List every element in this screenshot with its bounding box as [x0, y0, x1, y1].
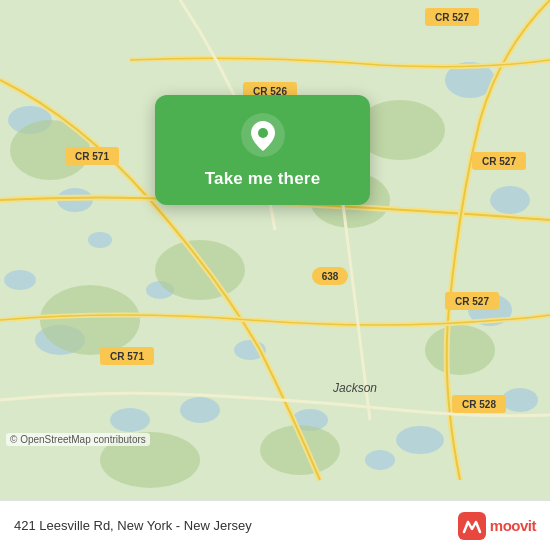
- svg-point-9: [502, 388, 538, 412]
- svg-point-13: [180, 397, 220, 423]
- bottom-bar: 421 Leesville Rd, New York - New Jersey …: [0, 500, 550, 550]
- svg-point-18: [40, 285, 140, 355]
- svg-text:CR 528: CR 528: [462, 399, 496, 410]
- map-container: CR 527 CR 527 CR 527 CR 528 CR 571 CR 57…: [0, 0, 550, 500]
- svg-text:CR 571: CR 571: [75, 151, 109, 162]
- svg-point-5: [110, 408, 150, 432]
- moovit-logo: moovit: [458, 512, 536, 540]
- svg-point-10: [396, 426, 444, 454]
- svg-rect-44: [458, 512, 486, 540]
- svg-text:CR 527: CR 527: [435, 12, 469, 23]
- svg-point-21: [425, 325, 495, 375]
- svg-text:Jackson: Jackson: [332, 381, 377, 395]
- take-me-there-card[interactable]: Take me there: [155, 95, 370, 205]
- svg-point-7: [490, 186, 530, 214]
- svg-point-11: [365, 450, 395, 470]
- osm-credit: © OpenStreetMap contributors: [6, 433, 150, 446]
- address-label: 421 Leesville Rd, New York - New Jersey: [14, 518, 252, 533]
- svg-point-16: [88, 232, 112, 248]
- svg-text:638: 638: [322, 271, 339, 282]
- moovit-label: moovit: [490, 517, 536, 534]
- svg-text:CR 527: CR 527: [455, 296, 489, 307]
- svg-point-43: [258, 128, 268, 138]
- location-pin-icon: [241, 113, 285, 157]
- svg-text:CR 571: CR 571: [110, 351, 144, 362]
- take-me-there-label: Take me there: [205, 169, 321, 189]
- map-svg: CR 527 CR 527 CR 527 CR 528 CR 571 CR 57…: [0, 0, 550, 500]
- svg-point-3: [4, 270, 36, 290]
- moovit-icon: [458, 512, 486, 540]
- svg-point-19: [155, 240, 245, 300]
- svg-text:CR 527: CR 527: [482, 156, 516, 167]
